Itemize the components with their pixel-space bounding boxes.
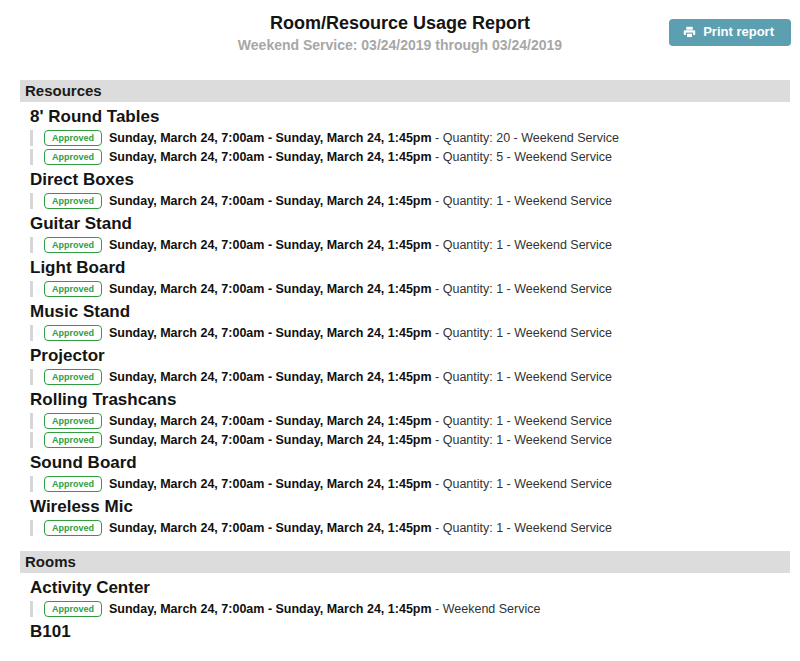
status-badge: Approved [44, 149, 102, 165]
booking-details: - Quantity: 1 - Weekend Service [432, 521, 612, 535]
booking-entry: ApprovedSunday, March 24, 7:00am - Sunda… [30, 432, 800, 448]
booking-entry: ApprovedSunday, March 24, 7:00am - Sunda… [30, 476, 800, 492]
booking-text: Sunday, March 24, 7:00am - Sunday, March… [109, 238, 612, 252]
resource-name: B101 [30, 622, 800, 641]
booking-entry: ApprovedSunday, March 24, 7:00am - Sunda… [30, 325, 800, 341]
resource-group: Rolling TrashcansApprovedSunday, March 2… [0, 390, 800, 448]
booking-details: - Quantity: 1 - Weekend Service [432, 433, 612, 447]
booking-time: Sunday, March 24, 7:00am - Sunday, March… [109, 477, 432, 491]
booking-details: - Weekend Service [432, 602, 541, 616]
booking-time: Sunday, March 24, 7:00am - Sunday, March… [109, 370, 432, 384]
booking-text: Sunday, March 24, 7:00am - Sunday, March… [109, 433, 612, 447]
section-items: 8' Round TablesApprovedSunday, March 24,… [0, 107, 800, 551]
booking-entry: ApprovedSunday, March 24, 7:00am - Sunda… [30, 193, 800, 209]
resource-name: Music Stand [30, 302, 800, 321]
resource-name: Wireless Mic [30, 497, 800, 516]
resource-group: 8' Round TablesApprovedSunday, March 24,… [0, 107, 800, 165]
resource-group: Sound BoardApprovedSunday, March 24, 7:0… [0, 453, 800, 492]
status-badge: Approved [44, 476, 102, 492]
resource-group: Music StandApprovedSunday, March 24, 7:0… [0, 302, 800, 341]
status-badge: Approved [44, 601, 102, 617]
booking-text: Sunday, March 24, 7:00am - Sunday, March… [109, 602, 540, 616]
status-badge: Approved [44, 130, 102, 146]
section-header: Rooms [20, 551, 790, 573]
status-badge: Approved [44, 413, 102, 429]
resource-group: Direct BoxesApprovedSunday, March 24, 7:… [0, 170, 800, 209]
resource-name: Light Board [30, 258, 800, 277]
status-badge: Approved [44, 281, 102, 297]
booking-time: Sunday, March 24, 7:00am - Sunday, March… [109, 602, 432, 616]
resource-name: Sound Board [30, 453, 800, 472]
print-report-label: Print report [703, 25, 774, 39]
booking-time: Sunday, March 24, 7:00am - Sunday, March… [109, 150, 432, 164]
section-header: Resources [20, 80, 790, 102]
resource-name: 8' Round Tables [30, 107, 800, 126]
booking-text: Sunday, March 24, 7:00am - Sunday, March… [109, 414, 612, 428]
booking-details: - Quantity: 1 - Weekend Service [432, 194, 612, 208]
resource-name: Activity Center [30, 578, 800, 597]
booking-text: Sunday, March 24, 7:00am - Sunday, March… [109, 194, 612, 208]
booking-time: Sunday, March 24, 7:00am - Sunday, March… [109, 282, 432, 296]
booking-entry: ApprovedSunday, March 24, 7:00am - Sunda… [30, 369, 800, 385]
report-body: Resources8' Round TablesApprovedSunday, … [0, 80, 800, 657]
booking-time: Sunday, March 24, 7:00am - Sunday, March… [109, 326, 432, 340]
resource-name: Direct Boxes [30, 170, 800, 189]
booking-entry: ApprovedSunday, March 24, 7:00am - Sunda… [30, 520, 800, 536]
resource-group: B101 [0, 622, 800, 641]
resource-group: Activity CenterApprovedSunday, March 24,… [0, 578, 800, 617]
booking-time: Sunday, March 24, 7:00am - Sunday, March… [109, 194, 432, 208]
resource-name: Guitar Stand [30, 214, 800, 233]
booking-details: - Quantity: 20 - Weekend Service [432, 131, 619, 145]
report-section: RoomsActivity CenterApprovedSunday, Marc… [0, 551, 800, 657]
printer-icon [683, 26, 696, 39]
report-header: Room/Resource Usage Report Weekend Servi… [0, 0, 800, 54]
resource-name: Projector [30, 346, 800, 365]
booking-text: Sunday, March 24, 7:00am - Sunday, March… [109, 370, 612, 384]
booking-details: - Quantity: 1 - Weekend Service [432, 238, 612, 252]
booking-entry: ApprovedSunday, March 24, 7:00am - Sunda… [30, 130, 800, 146]
resource-group: Wireless MicApprovedSunday, March 24, 7:… [0, 497, 800, 536]
booking-details: - Quantity: 1 - Weekend Service [432, 370, 612, 384]
status-badge: Approved [44, 520, 102, 536]
booking-entry: ApprovedSunday, March 24, 7:00am - Sunda… [30, 413, 800, 429]
booking-text: Sunday, March 24, 7:00am - Sunday, March… [109, 521, 612, 535]
status-badge: Approved [44, 369, 102, 385]
status-badge: Approved [44, 432, 102, 448]
booking-details: - Quantity: 1 - Weekend Service [432, 477, 612, 491]
booking-details: - Quantity: 5 - Weekend Service [432, 150, 612, 164]
resource-group: Guitar StandApprovedSunday, March 24, 7:… [0, 214, 800, 253]
booking-entry: ApprovedSunday, March 24, 7:00am - Sunda… [30, 281, 800, 297]
booking-text: Sunday, March 24, 7:00am - Sunday, March… [109, 131, 619, 145]
resource-group: ProjectorApprovedSunday, March 24, 7:00a… [0, 346, 800, 385]
print-report-button[interactable]: Print report [669, 19, 791, 46]
status-badge: Approved [44, 193, 102, 209]
booking-time: Sunday, March 24, 7:00am - Sunday, March… [109, 521, 432, 535]
booking-text: Sunday, March 24, 7:00am - Sunday, March… [109, 150, 612, 164]
booking-entry: ApprovedSunday, March 24, 7:00am - Sunda… [30, 149, 800, 165]
section-items: Activity CenterApprovedSunday, March 24,… [0, 578, 800, 657]
booking-entry: ApprovedSunday, March 24, 7:00am - Sunda… [30, 601, 800, 617]
booking-time: Sunday, March 24, 7:00am - Sunday, March… [109, 433, 432, 447]
booking-text: Sunday, March 24, 7:00am - Sunday, March… [109, 282, 612, 296]
booking-details: - Quantity: 1 - Weekend Service [432, 414, 612, 428]
booking-time: Sunday, March 24, 7:00am - Sunday, March… [109, 414, 432, 428]
resource-name: Rolling Trashcans [30, 390, 800, 409]
report-section: Resources8' Round TablesApprovedSunday, … [0, 80, 800, 551]
booking-details: - Quantity: 1 - Weekend Service [432, 282, 612, 296]
booking-time: Sunday, March 24, 7:00am - Sunday, March… [109, 131, 432, 145]
booking-text: Sunday, March 24, 7:00am - Sunday, March… [109, 477, 612, 491]
booking-text: Sunday, March 24, 7:00am - Sunday, March… [109, 326, 612, 340]
report-page: Room/Resource Usage Report Weekend Servi… [0, 0, 800, 657]
booking-entry: ApprovedSunday, March 24, 7:00am - Sunda… [30, 237, 800, 253]
resource-group: Light BoardApprovedSunday, March 24, 7:0… [0, 258, 800, 297]
status-badge: Approved [44, 237, 102, 253]
booking-time: Sunday, March 24, 7:00am - Sunday, March… [109, 238, 432, 252]
status-badge: Approved [44, 325, 102, 341]
booking-details: - Quantity: 1 - Weekend Service [432, 326, 612, 340]
